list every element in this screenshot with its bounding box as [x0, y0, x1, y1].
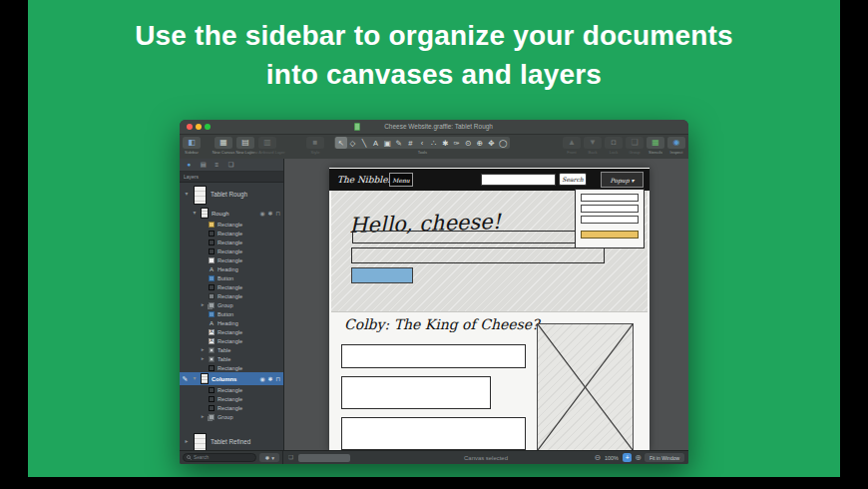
unlock-icon[interactable]: ⊓ [275, 211, 280, 217]
layer-object-group[interactable]: ▸Group [180, 300, 283, 309]
style-icon-glyph: ■ [313, 139, 318, 147]
disclosure-icon[interactable]: ▾ [193, 376, 197, 382]
layer-thumbnail [201, 373, 209, 384]
popup-menu-row[interactable] [581, 216, 639, 224]
tool-pen[interactable]: ✎ [393, 137, 405, 149]
sidebar-button[interactable]: ◧Sidebar [183, 137, 201, 158]
tool-selection[interactable]: ↖ [335, 137, 347, 149]
window-titlebar[interactable]: Cheese Website.graffle: Tablet Rough [180, 120, 688, 135]
wireframe-text-block-1[interactable] [341, 344, 526, 368]
layer-object-rectangle[interactable]: Rectangle [180, 282, 283, 291]
layer-object-rectangle[interactable]: Rectangle [180, 291, 283, 300]
layer-object-group[interactable]: ▸Group [180, 412, 283, 421]
tool-zoom[interactable]: ⊕ [474, 137, 486, 149]
zoom-level[interactable]: 100% [604, 453, 620, 462]
layer-object-heading[interactable]: AHeading [180, 318, 283, 327]
layer-object-table[interactable]: ▸Table [180, 345, 283, 354]
popup-menu-row-highlighted[interactable] [581, 231, 639, 239]
sidebar-search-field[interactable]: Search [183, 453, 256, 462]
tool-diagram[interactable]: ∴ [428, 137, 440, 149]
disclosure-icon[interactable]: ▸ [202, 356, 206, 361]
object-label: Heading [217, 319, 238, 325]
page-icon[interactable]: ❏ [288, 455, 293, 461]
canvas-tab-pill[interactable] [298, 454, 350, 462]
layer-options-button[interactable]: ✱ ▾ [259, 453, 279, 462]
disclosure-icon[interactable]: ▾ [185, 192, 189, 198]
layer-object-rectangle[interactable]: Rectangle [180, 220, 283, 229]
tool-magnet[interactable]: ⊙ [463, 137, 475, 149]
text-swatch-icon: A [209, 320, 215, 326]
new-canvas-button[interactable]: ▦New Canvas [215, 137, 232, 158]
tool-shape[interactable]: ◇ [347, 137, 359, 149]
gear-icon[interactable]: ✱ [267, 211, 272, 217]
zoom-out-icon[interactable]: ⊖ [595, 454, 602, 462]
tab-canvases-icon[interactable]: ● [187, 162, 191, 168]
layer-object-rectangle[interactable]: Rectangle [180, 385, 283, 394]
layer-object-rectangle[interactable]: Rectangle [180, 403, 283, 412]
wireframe-popup-button[interactable]: Popup ▾ [601, 172, 644, 188]
tab-outline-icon[interactable]: ❏ [228, 162, 234, 168]
disclosure-icon[interactable]: ▸ [202, 347, 206, 352]
wireframe-text-block-2[interactable] [341, 376, 491, 409]
inspect-button[interactable]: ◉Inspect [667, 137, 685, 158]
wireframe-popup-menu[interactable] [575, 189, 645, 248]
tab-objects-icon[interactable]: ▤ [201, 162, 207, 168]
disclosure-icon[interactable]: ▸ [202, 414, 206, 419]
tools-segment-wrap: ↖◇╲A▣✎#‹∴✱✑⊙⊕✥◯ Tools [334, 137, 510, 149]
tab-filter-icon[interactable]: ≡ [216, 162, 219, 168]
wireframe-search-button[interactable]: Search [559, 173, 587, 186]
tool-text[interactable]: A [370, 137, 382, 149]
eye-icon[interactable]: ◉ [259, 376, 264, 382]
tool-hand[interactable]: ✥ [486, 137, 498, 149]
gear-icon[interactable]: ✱ [267, 376, 272, 382]
outline-swatch-icon [209, 396, 215, 402]
layer-object-button[interactable]: Button [180, 309, 283, 318]
group-button: ❏Group [626, 137, 644, 158]
layer-object-rectangle[interactable]: Rectangle [180, 363, 283, 372]
layer-object-rectangle[interactable]: Rectangle [180, 238, 283, 246]
canvas-row-tablet-rough[interactable]: ▾ Tablet Rough [180, 183, 283, 207]
layer-object-rectangle[interactable]: ARectangle [180, 336, 283, 345]
layer-object-rectangle[interactable]: Rectangle [180, 229, 283, 238]
layer-object-rectangle[interactable]: Rectangle [180, 255, 283, 264]
wireframe-menu-button[interactable]: Menu [389, 173, 413, 187]
tool-grid[interactable]: # [405, 137, 417, 149]
layer-row-rough[interactable]: ▾ Rough ◉ ✱ ⊓ [180, 207, 283, 220]
wireframe-text-block-3[interactable] [341, 417, 526, 450]
tool-note[interactable]: ✑ [451, 137, 463, 149]
wireframe-artboard[interactable]: The Nibbler Menu Search Popup ▾ Hello, c… [329, 168, 650, 451]
wireframe-subtitle-box-2[interactable] [351, 247, 605, 263]
popup-menu-row[interactable] [581, 194, 639, 202]
wireframe-image-placeholder[interactable] [537, 323, 634, 451]
disclosure-icon[interactable]: ▸ [202, 302, 206, 307]
canvas-row-tablet-refined[interactable]: ▸ Tablet Refined [180, 431, 283, 451]
unlock-icon[interactable]: ⊓ [275, 376, 280, 382]
layer-object-rectangle[interactable]: Rectangle [180, 394, 283, 403]
wireframe-section-heading[interactable]: Colby: The King of Cheese? [344, 316, 539, 332]
tool-connection[interactable]: ‹ [416, 137, 428, 149]
tool-line[interactable]: ╲ [358, 137, 370, 149]
fit-in-window-button[interactable]: Fit in Window [645, 453, 684, 462]
eye-icon[interactable]: ◉ [259, 211, 264, 217]
disclosure-icon[interactable]: ▾ [193, 211, 197, 217]
wireframe-site-name[interactable]: The Nibbler [337, 175, 392, 185]
stencils-button[interactable]: ▦Stencils [647, 137, 664, 158]
tool-lasso[interactable]: ◯ [497, 137, 509, 149]
wireframe-cta-button[interactable] [351, 267, 413, 283]
touch-zoom-badge[interactable]: + [623, 453, 632, 462]
drawing-canvas[interactable]: The Nibbler Menu Search Popup ▾ Hello, c… [284, 159, 688, 451]
layer-row-columns-selected[interactable]: ✎ ▾ Columns ◉ ✱ ⊓ [180, 372, 283, 385]
tool-style-brush[interactable]: ✱ [439, 137, 451, 149]
zoom-in-icon[interactable]: ⊕ [635, 454, 642, 462]
layer-object-rectangle[interactable]: Rectangle [180, 246, 283, 255]
layer-object-heading[interactable]: AHeading [180, 264, 283, 273]
layer-object-rectangle[interactable]: ARectangle [180, 327, 283, 336]
wireframe-search-input[interactable] [481, 174, 556, 186]
new-layer-button[interactable]: ▤New Layer [236, 137, 254, 158]
wireframe-navbar[interactable]: The Nibbler Menu Search Popup ▾ [329, 169, 650, 191]
disclosure-icon[interactable]: ▸ [185, 439, 189, 445]
layer-object-table[interactable]: ▸Table [180, 354, 283, 363]
popup-menu-row[interactable] [581, 205, 639, 213]
layer-object-button[interactable]: Button [180, 273, 283, 282]
tool-artboard[interactable]: ▣ [381, 137, 393, 149]
